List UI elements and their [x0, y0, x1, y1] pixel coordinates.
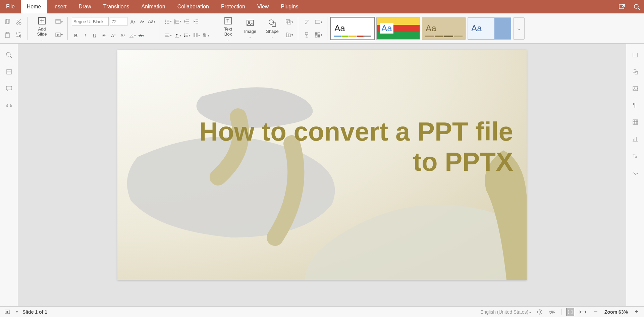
menu-tab-protection[interactable]: Protection [215, 0, 251, 13]
strike-button[interactable]: S [100, 32, 108, 40]
svg-text:3: 3 [174, 22, 176, 24]
zoom-out-button[interactable]: − [592, 308, 600, 316]
spellcheck-icon[interactable]: ABC [548, 308, 556, 316]
italic-button[interactable]: I [81, 32, 89, 40]
theme-option-3[interactable]: Aa [422, 17, 466, 40]
svg-rect-22 [247, 20, 254, 25]
numbering-button[interactable]: 123 [173, 17, 181, 25]
menu-tab-transitions[interactable]: Transitions [97, 0, 136, 13]
decrease-indent-button[interactable] [183, 17, 191, 25]
paste-button[interactable] [3, 30, 12, 40]
menu-tab-home[interactable]: Home [21, 0, 47, 13]
vertical-align-button[interactable] [173, 31, 181, 39]
highlight-button[interactable] [128, 32, 136, 40]
zoom-in-button[interactable]: + [633, 308, 641, 316]
change-case-button[interactable]: Aa [148, 17, 156, 25]
bold-button[interactable]: B [72, 32, 80, 40]
copy-button[interactable] [3, 17, 12, 27]
start-slideshow-button[interactable] [54, 30, 63, 40]
image-label: Image [244, 29, 256, 34]
svg-point-13 [165, 20, 166, 20]
text-box-button[interactable]: T Text Box ⌵ [217, 15, 239, 42]
left-rail [0, 44, 18, 306]
svg-text:a: a [635, 155, 637, 159]
svg-point-23 [248, 21, 250, 23]
theme-more-button[interactable]: ⌵ [513, 17, 525, 40]
svg-rect-42 [633, 87, 638, 91]
fit-width-button[interactable] [579, 308, 587, 316]
increase-font-button[interactable]: A▴ [129, 17, 137, 25]
menu-tab-file[interactable]: File [0, 0, 21, 13]
menu-bar: File Home Insert Draw Transitions Animat… [0, 0, 644, 13]
slide-counter: Slide 1 of 1 [22, 309, 47, 315]
image-settings-icon[interactable] [631, 84, 640, 93]
slide-size-button[interactable] [314, 17, 323, 27]
menu-tab-draw[interactable]: Draw [72, 0, 97, 13]
layout-button[interactable] [54, 17, 63, 27]
svg-rect-34 [315, 35, 317, 37]
svg-text:T: T [226, 18, 229, 23]
slide-canvas[interactable]: How to convert a PPT file to PPTX [18, 44, 626, 306]
svg-rect-26 [286, 19, 289, 23]
svg-point-36 [6, 52, 10, 56]
svg-point-15 [165, 23, 166, 24]
decrease-font-button[interactable]: A▾ [138, 17, 146, 25]
underline-button[interactable]: U [91, 32, 99, 40]
line-spacing-button[interactable] [183, 31, 191, 39]
signature-icon[interactable] [631, 168, 640, 177]
format-painter-button[interactable] [302, 30, 312, 40]
align-objects-button[interactable] [284, 30, 294, 40]
text-art-icon[interactable]: Ta [631, 151, 640, 160]
svg-rect-31 [315, 20, 320, 23]
shape-settings-icon[interactable] [631, 67, 640, 76]
slideshow-from-start-button[interactable] [3, 308, 11, 316]
zoom-label[interactable]: Zoom 63% [604, 309, 628, 315]
font-color-button[interactable]: A [138, 32, 146, 40]
svg-text:ABC: ABC [549, 310, 555, 313]
status-bar: ▾ Slide 1 of 1 English (United States) A… [0, 306, 644, 317]
slide-title[interactable]: How to convert a PPT file to PPTX [184, 117, 513, 177]
shape-button[interactable]: Shape ⌵ [262, 15, 283, 42]
theme-option-2[interactable]: Aa [376, 17, 420, 40]
cut-button[interactable] [14, 17, 23, 27]
chart-settings-icon[interactable] [631, 134, 640, 144]
search-icon[interactable] [629, 0, 644, 13]
theme-option-4[interactable]: Aa [468, 17, 511, 40]
open-location-icon[interactable] [614, 0, 629, 13]
theme-option-1[interactable]: Aa [331, 17, 374, 40]
increase-indent-button[interactable] [192, 17, 200, 25]
svg-rect-35 [318, 35, 320, 37]
svg-rect-28 [286, 33, 288, 37]
bullets-button[interactable] [164, 17, 172, 25]
fit-slide-button[interactable] [566, 308, 574, 316]
table-settings-icon[interactable] [631, 117, 640, 127]
add-slide-button[interactable]: Add Slide ⌵ [31, 15, 53, 42]
color-scheme-button[interactable] [314, 30, 323, 40]
clear-style-button[interactable] [302, 17, 312, 27]
globe-icon[interactable] [536, 308, 544, 316]
arrange-button[interactable] [284, 17, 294, 27]
language-label[interactable]: English (United States) [480, 309, 531, 315]
menu-tab-plugins[interactable]: Plugins [275, 0, 304, 13]
columns-button[interactable] [192, 31, 200, 39]
menu-tab-view[interactable]: View [251, 0, 275, 13]
select-button[interactable] [14, 30, 23, 40]
menu-tab-collaboration[interactable]: Collaboration [171, 0, 215, 13]
svg-rect-38 [6, 86, 12, 90]
font-name-select[interactable] [72, 17, 109, 26]
menu-tab-insert[interactable]: Insert [47, 0, 72, 13]
menu-tab-animation[interactable]: Animation [135, 0, 171, 13]
feedback-icon[interactable] [4, 101, 14, 110]
horizontal-align-button[interactable] [164, 31, 172, 39]
slide[interactable]: How to convert a PPT file to PPTX [117, 50, 527, 280]
slide-settings-icon[interactable] [631, 50, 640, 60]
superscript-button[interactable]: A2 [109, 32, 117, 40]
comments-icon[interactable] [4, 84, 14, 93]
find-icon[interactable] [4, 50, 14, 60]
font-size-select[interactable] [110, 17, 127, 26]
subscript-button[interactable]: A2 [119, 32, 127, 40]
slides-panel-icon[interactable] [4, 67, 14, 76]
paragraph-settings-icon[interactable]: ¶ [631, 101, 640, 110]
text-direction-button[interactable]: ¶ [202, 31, 210, 39]
image-button[interactable]: Image ⌵ [239, 15, 261, 42]
